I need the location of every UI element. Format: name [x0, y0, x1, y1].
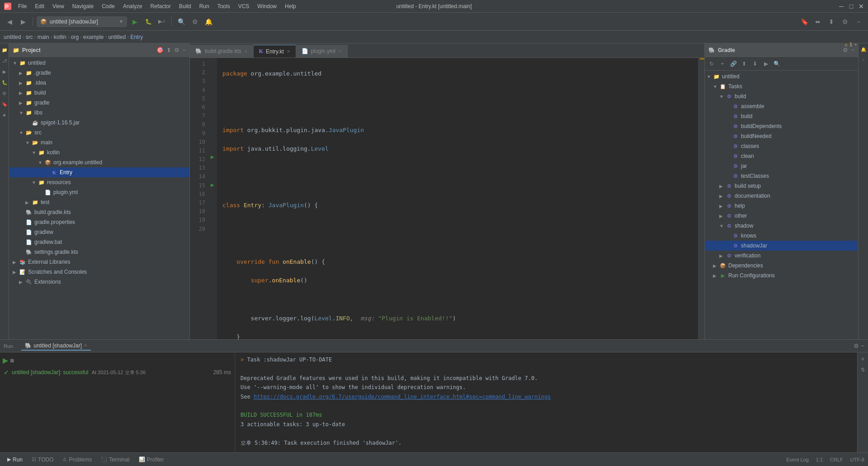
menu-analyze[interactable]: Analyze [119, 2, 146, 10]
settings-button[interactable]: ⚙ [189, 16, 201, 28]
gradle-refresh-icon[interactable]: ↻ [707, 59, 717, 69]
gradle-item-documentation[interactable]: ▶ ⚙ documentation [705, 191, 858, 201]
gradle-item-build-group[interactable]: ▼ ⚙ build [705, 91, 858, 101]
bottom-todo-button[interactable]: ☑ TODO [28, 456, 57, 464]
maximize-button[interactable]: □ [848, 3, 854, 10]
tree-item-plugin-yml[interactable]: 📄 plugin.yml [9, 187, 189, 197]
bottom-terminal-button[interactable]: ⬛ Terminal [97, 456, 133, 464]
tree-item-src[interactable]: ▼ 📂 src [9, 128, 189, 138]
gradle-item-testClasses[interactable]: ⚙ testClasses [705, 171, 858, 181]
run-config-selector[interactable]: 📦 untitled [shadowJar] ▼ [37, 16, 127, 27]
gradle-item-dependencies[interactable]: ▶ 📦 Dependencies [705, 261, 858, 271]
menu-build[interactable]: Build [175, 2, 195, 10]
bottom-problems-button[interactable]: ⚠ Problems [59, 456, 95, 464]
code-content[interactable]: package org.example.untitled import org.… [217, 58, 698, 339]
tab-entry-kt-close[interactable]: ✕ [287, 49, 290, 54]
tree-item-kotlin[interactable]: ▼ 📁 kotlin [9, 147, 189, 157]
sidebar-vcs-icon[interactable]: ⎇ [0, 56, 9, 65]
tree-item-idea[interactable]: ▶ 📁 .idea [9, 78, 189, 88]
gradle-expand-icon[interactable]: ⬇ [750, 59, 760, 69]
rss-notifications-icon[interactable]: 🔔 [859, 45, 868, 53]
split-horizontal-button[interactable]: ⬌ [812, 16, 824, 28]
gradle-item-other[interactable]: ▶ ⚙ other [705, 211, 858, 221]
minimize-panels-button[interactable]: − [853, 16, 864, 28]
run-button[interactable]: ▶ [129, 16, 141, 28]
navigate-back-button[interactable]: ◀ [4, 16, 15, 28]
bottom-profiler-button[interactable]: 📊 Profiler [135, 456, 168, 464]
gradle-item-untitled[interactable]: ▼ 📁 untitled [705, 71, 858, 81]
run-with-coverage-button[interactable]: ▶✓ [156, 16, 168, 28]
code-view[interactable]: 1 2 3 4 5 6 7 8 9 10 11 12 13 14 15 16 1 [190, 58, 698, 339]
status-line[interactable]: 1:1 [816, 457, 823, 462]
tree-item-extensions[interactable]: ▶ 🔌 Extensions [9, 277, 189, 287]
gradle-run-tasks-icon[interactable]: ▶ [761, 59, 771, 69]
gradle-item-clean[interactable]: ⚙ clean [705, 151, 858, 161]
breadcrumb-kotlin[interactable]: kotlin [54, 34, 66, 40]
collapse-all-icon[interactable]: ⬆ [166, 47, 171, 53]
gradle-docs-link[interactable]: https://docs.gradle.org/6.7/userguide/co… [254, 394, 551, 400]
tree-item-org[interactable]: ▼ 📦 org.example.untitled [9, 157, 189, 167]
tree-item-main[interactable]: ▼ 📂 main [9, 138, 189, 147]
sidebar-run-icon[interactable]: ▶ [0, 67, 9, 76]
run-gutter-11[interactable]: ▶ [208, 152, 217, 162]
gradle-item-build-task[interactable]: ⚙ build [705, 111, 858, 121]
project-settings-icon[interactable]: ⚙ [174, 47, 179, 53]
menu-help[interactable]: Help [281, 2, 300, 10]
breadcrumb-entry[interactable]: Entry [130, 34, 143, 40]
run-toolbar-icon-2[interactable]: ⇅ [859, 365, 868, 374]
tab-entry-kt[interactable]: K Entry.kt ✕ [254, 45, 296, 57]
tree-item-resources[interactable]: ▼ 📁 resources [9, 177, 189, 187]
gradle-collapse-icon[interactable]: ⬆ [739, 59, 749, 69]
menu-code[interactable]: Code [98, 2, 118, 10]
project-close-icon[interactable]: − [182, 47, 186, 53]
tree-item-build[interactable]: ▶ 📁 build [9, 88, 189, 98]
status-event-log[interactable]: Event Log [786, 457, 809, 462]
status-crlf[interactable]: CRLF [830, 457, 843, 462]
sidebar-bookmarks-icon[interactable]: 🔖 [0, 100, 9, 109]
tree-item-scratches[interactable]: ▶ 📝 Scratches and Consoles [9, 267, 189, 277]
tree-item-gradlew[interactable]: 📄 gradlew [9, 227, 189, 237]
gradle-item-knows[interactable]: ⚙ knows [705, 231, 858, 241]
editor-scrollbar[interactable] [698, 58, 704, 339]
run-settings-icon[interactable]: ⚙ [854, 342, 859, 349]
tree-item-build-gradle[interactable]: 🐘 build.gradle.kts [9, 207, 189, 217]
tree-item-untitled[interactable]: ▼ 📁 untitled [9, 58, 189, 68]
breadcrumb-main[interactable]: main [38, 34, 49, 40]
run-tab-close[interactable]: ✕ [84, 343, 87, 348]
gradle-item-assemble[interactable]: ⚙ assemble [705, 101, 858, 111]
run-toolbar-icon-1[interactable]: ≡ [859, 354, 868, 363]
minimize-button[interactable]: ─ [838, 3, 844, 10]
menu-edit[interactable]: Edit [31, 2, 48, 10]
tab-plugin-yml-close[interactable]: ✕ [338, 49, 342, 54]
rss-todo-icon[interactable]: ✓ [859, 55, 868, 63]
gradle-add-icon[interactable]: + [717, 59, 727, 69]
run-play-button[interactable]: ▶ [3, 356, 8, 365]
tree-item-spigot[interactable]: ☕ spigot-1.16.5.jar [9, 118, 189, 128]
breadcrumb-untitled[interactable]: untitled [4, 34, 21, 40]
breadcrumb-org[interactable]: org [71, 34, 79, 40]
tree-item-settings-gradle[interactable]: 🐘 settings.gradle.kts [9, 247, 189, 257]
gradle-item-runconfigs[interactable]: ▶ ▶ Run Configurations [705, 271, 858, 281]
gradle-item-buildNeeded[interactable]: ⚙ buildNeeded [705, 131, 858, 141]
gradle-settings-icon[interactable]: ⚙ [843, 47, 848, 53]
run-gutter-14[interactable]: ▶ [208, 180, 217, 190]
layout-settings-button[interactable]: ⚙ [839, 16, 851, 28]
navigate-forward-button[interactable]: ▶ [17, 16, 29, 28]
notifications-button[interactable]: 🔔 [203, 16, 214, 28]
menu-file[interactable]: File [14, 2, 30, 10]
debug-button[interactable]: 🐛 [142, 16, 154, 28]
sidebar-debug-icon[interactable]: 🐛 [0, 78, 9, 87]
search-everywhere-button[interactable]: 🔍 [175, 16, 187, 28]
gradle-search-icon[interactable]: 🔍 [772, 59, 782, 69]
menu-run[interactable]: Run [196, 2, 213, 10]
gradle-item-jar[interactable]: ⚙ jar [705, 161, 858, 171]
breadcrumb-example[interactable]: example [83, 34, 104, 40]
sidebar-services-icon[interactable]: ⚙ [0, 89, 9, 98]
gradle-link-icon[interactable]: 🔗 [728, 59, 738, 69]
gradle-item-shadowJar[interactable]: ⚙ shadowJar [705, 241, 858, 251]
menu-view[interactable]: View [49, 2, 68, 10]
tree-item-entry[interactable]: K Entry [9, 167, 189, 177]
tree-item-gradle-properties[interactable]: 📄 gradle.properties [9, 217, 189, 227]
menu-tools[interactable]: Tools [214, 2, 234, 10]
tab-build-gradle[interactable]: 🐘 build.gradle.kts ✕ [190, 45, 254, 57]
